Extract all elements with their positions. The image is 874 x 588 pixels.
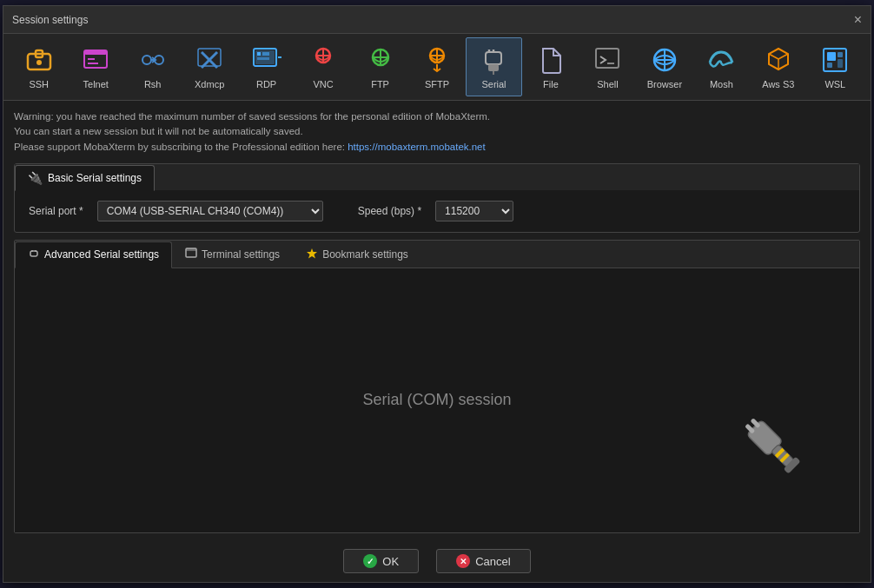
session-type-rdp[interactable]: RDP	[238, 37, 295, 96]
svg-marker-51	[307, 248, 317, 259]
file-icon	[535, 44, 566, 76]
content-area: Warning: you have reached the maximum nu…	[3, 101, 871, 540]
lower-tab-advanced[interactable]: Advanced Serial settings	[15, 241, 172, 268]
advanced-tab-label: Advanced Serial settings	[44, 248, 159, 261]
vnc-icon	[308, 44, 339, 76]
svg-rect-42	[827, 52, 836, 61]
vnc-label: VNC	[313, 79, 333, 89]
serial-settings-row: Serial port * COM4 (USB-SERIAL CH340 (CO…	[29, 201, 845, 221]
ftp-label: FTP	[371, 79, 389, 89]
session-type-awss3[interactable]: Aws S3	[750, 37, 806, 96]
svg-point-7	[142, 56, 151, 64]
session-dialog: Session settings × SSHTelnetRshXdmcpRDPV…	[3, 5, 871, 583]
serial-icon	[478, 44, 509, 76]
session-type-wsl[interactable]: WSL	[807, 37, 864, 96]
browser-icon	[649, 44, 680, 76]
svg-rect-43	[838, 52, 843, 57]
lower-tab-bookmark[interactable]: Bookmark settings	[293, 241, 421, 268]
ok-label: OK	[382, 555, 399, 568]
telnet-icon	[80, 44, 111, 76]
terminal-tab-label: Terminal settings	[202, 248, 280, 261]
wsl-label: WSL	[824, 79, 845, 89]
bookmark-tab-label: Bookmark settings	[322, 248, 408, 261]
xdmcp-icon	[194, 44, 225, 76]
session-type-xdmcp[interactable]: Xdmcp	[181, 37, 237, 96]
bookmark-tab-icon	[306, 248, 318, 262]
basic-serial-tab-label: Basic Serial settings	[48, 172, 142, 184]
close-button[interactable]: ×	[854, 13, 862, 27]
svg-line-38	[769, 54, 778, 59]
advanced-tab-icon	[28, 248, 40, 262]
session-type-browser[interactable]: Browser	[636, 37, 692, 96]
title-bar: Session settings ×	[3, 6, 871, 34]
lower-content: Serial (COM) session	[15, 268, 859, 532]
ftp-icon	[365, 44, 396, 76]
browser-label: Browser	[647, 79, 682, 89]
svg-rect-50	[186, 248, 196, 251]
mosh-label: Mosh	[710, 79, 733, 89]
svg-rect-15	[262, 52, 269, 56]
warning-line2: You can start a new session but it will …	[14, 124, 860, 139]
svg-line-39	[778, 54, 788, 59]
svg-rect-30	[488, 64, 499, 71]
session-type-toolbar: SSHTelnetRshXdmcpRDPVNCFTPSFTPSerialFile…	[3, 34, 871, 101]
lower-tab-terminal[interactable]: Terminal settings	[172, 241, 293, 268]
svg-rect-46	[30, 251, 37, 256]
cancel-icon: ✕	[456, 554, 470, 568]
basic-panel-header: 🔌 Basic Serial settings	[15, 164, 859, 190]
basic-serial-panel: 🔌 Basic Serial settings Serial port * CO…	[14, 163, 860, 233]
serial-label: Serial	[481, 79, 506, 89]
serial-port-select[interactable]: COM4 (USB-SERIAL CH340 (COM4))	[97, 201, 323, 221]
session-type-ssh[interactable]: SSH	[10, 37, 67, 96]
session-type-file[interactable]: File	[522, 37, 579, 96]
file-label: File	[543, 79, 559, 89]
rdp-icon	[251, 44, 282, 76]
awss3-label: Aws S3	[762, 79, 794, 89]
session-type-shell[interactable]: Shell	[579, 37, 636, 96]
speed-label: Speed (bps) *	[358, 205, 421, 217]
ssh-label: SSH	[29, 79, 49, 89]
dialog-title: Session settings	[12, 14, 88, 26]
terminal-tab-icon	[185, 248, 197, 262]
session-type-telnet[interactable]: Telnet	[67, 37, 123, 96]
cancel-label: Cancel	[475, 555, 510, 568]
svg-rect-16	[257, 57, 269, 60]
svg-point-2	[36, 60, 42, 65]
session-type-vnc[interactable]: VNC	[295, 37, 351, 96]
telnet-label: Telnet	[83, 79, 109, 89]
ok-button[interactable]: ✓ OK	[343, 549, 419, 573]
ssh-icon	[23, 44, 55, 76]
mobaxterm-link[interactable]: https://mobaxterm.mobatek.net	[348, 142, 486, 152]
session-type-serial[interactable]: Serial	[466, 37, 522, 96]
awss3-icon	[763, 44, 794, 76]
wsl-icon	[819, 44, 851, 76]
basic-serial-tab[interactable]: 🔌 Basic Serial settings	[15, 165, 155, 191]
session-type-label: Serial (COM) session	[362, 391, 511, 409]
basic-serial-body: Serial port * COM4 (USB-SERIAL CH340 (CO…	[15, 190, 859, 232]
xdmcp-label: Xdmcp	[195, 79, 224, 89]
warning-area: Warning: you have reached the maximum nu…	[14, 108, 860, 156]
warning-line3-prefix: Please support MobaXterm by subscribing …	[14, 142, 348, 152]
basic-serial-icon: 🔌	[28, 171, 43, 185]
plug-illustration	[738, 411, 807, 480]
session-type-mosh[interactable]: Mosh	[693, 37, 750, 96]
svg-rect-11	[198, 49, 221, 66]
rsh-label: Rsh	[144, 79, 162, 89]
svg-rect-45	[838, 59, 843, 68]
mosh-icon	[705, 44, 737, 76]
speed-select[interactable]: 115200	[435, 201, 513, 221]
session-type-ftp[interactable]: FTP	[352, 37, 408, 96]
warning-line1: Warning: you have reached the maximum nu…	[14, 109, 860, 124]
cancel-button[interactable]: ✕ Cancel	[436, 549, 530, 573]
svg-rect-44	[827, 63, 832, 68]
shell-label: Shell	[597, 79, 618, 89]
session-type-rsh[interactable]: Rsh	[124, 37, 181, 96]
ok-icon: ✓	[363, 554, 377, 568]
sftp-label: SFTP	[425, 79, 449, 89]
svg-rect-14	[257, 52, 261, 56]
lower-section: Advanced Serial settingsTerminal setting…	[14, 240, 860, 533]
svg-rect-32	[596, 49, 619, 68]
session-type-sftp[interactable]: SFTP	[408, 37, 465, 96]
rdp-label: RDP	[256, 79, 276, 89]
svg-rect-27	[486, 52, 501, 64]
